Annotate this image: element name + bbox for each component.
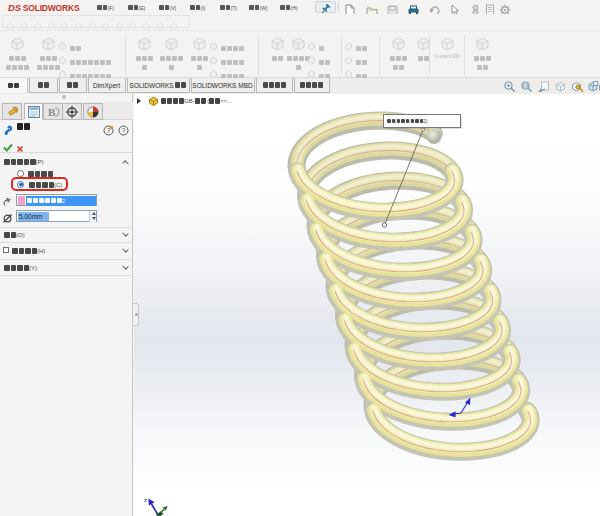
svg-text:z: z — [144, 497, 147, 503]
svg-text:B: B — [48, 106, 56, 118]
svg-text:?: ? — [121, 127, 125, 134]
